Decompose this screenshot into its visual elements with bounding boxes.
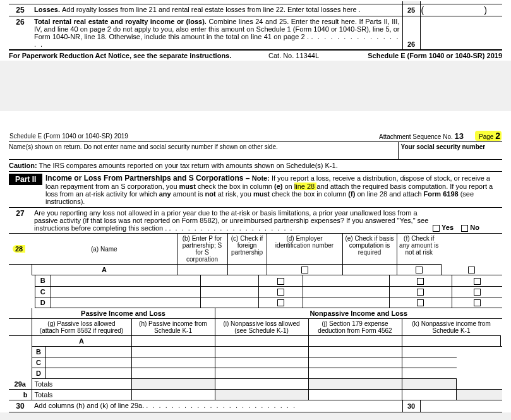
g2-A-g[interactable]: [131, 335, 215, 346]
part2-note-head: Note:: [252, 174, 272, 182]
line-29b-i[interactable]: [308, 390, 402, 400]
row-B-c[interactable]: [258, 275, 303, 286]
line-29a-k[interactable]: [457, 379, 502, 390]
row-A-c-checkbox[interactable]: [301, 267, 308, 273]
line-28-num: 28: [13, 245, 25, 253]
line-27-num: 27: [9, 208, 32, 234]
line-27-no-checkbox[interactable]: [461, 225, 468, 232]
g2-D-g[interactable]: [45, 368, 131, 379]
row-D-e[interactable]: [390, 297, 452, 308]
row-C-d[interactable]: [303, 286, 390, 297]
ssn-label: Your social security number: [398, 142, 502, 160]
g2-C-k[interactable]: [402, 357, 457, 368]
row-B-name[interactable]: [51, 275, 200, 286]
line-26-field[interactable]: [420, 16, 502, 51]
g2-B-i[interactable]: [215, 347, 308, 357]
g2-C-h[interactable]: [131, 357, 215, 368]
line-29a-h[interactable]: [215, 379, 308, 390]
line-25-field[interactable]: (): [420, 4, 502, 16]
grid2-A-letter: A: [32, 335, 131, 346]
row-C-f-checkbox[interactable]: [474, 289, 481, 296]
line-29a-j2: [402, 379, 457, 390]
row-B-c-checkbox[interactable]: [277, 278, 284, 285]
g2-A-i[interactable]: [308, 335, 402, 346]
p2n2: check the box in column: [198, 183, 274, 190]
row-A-e-checkbox[interactable]: [416, 267, 423, 273]
row-B-f[interactable]: [452, 275, 502, 286]
row-B-b[interactable]: [201, 275, 258, 286]
g2-C-j[interactable]: [308, 357, 402, 368]
p2n7: on line 28 and attach: [357, 190, 423, 198]
row-A-d[interactable]: [342, 265, 397, 275]
row-B-e[interactable]: [390, 275, 452, 286]
line-29b-g[interactable]: [131, 390, 215, 400]
row-C-e[interactable]: [390, 286, 452, 297]
row-A-b[interactable]: [227, 265, 267, 275]
row-D-c-checkbox[interactable]: [277, 299, 284, 306]
row-C-c[interactable]: [258, 286, 303, 297]
g2-A-k[interactable]: [501, 335, 503, 346]
page2-attachment: Attachment Sequence No. 13: [338, 130, 464, 142]
attach-seq: 13: [455, 131, 464, 141]
g2-B-h[interactable]: [131, 347, 215, 357]
row-D-d[interactable]: [303, 297, 390, 308]
caution-label: Caution:: [9, 162, 37, 169]
row-C-e-checkbox[interactable]: [417, 289, 424, 296]
g2-B-k[interactable]: [402, 347, 457, 357]
row-C-c-checkbox[interactable]: [277, 289, 284, 296]
row-A-name[interactable]: [177, 265, 227, 275]
g2-B-j[interactable]: [308, 347, 402, 357]
col-g-2: (attach Form 8582 if required): [40, 327, 123, 334]
p2n6: check the box in column: [272, 190, 348, 198]
line-29b-j[interactable]: [402, 390, 457, 400]
g2-B-g[interactable]: [45, 347, 131, 357]
line-25-num: 25: [9, 4, 32, 16]
line-30-text: Add columns (h) and (k) of line 29a. . .…: [32, 400, 402, 412]
line-27-no-label: No: [470, 224, 479, 231]
p2must1: must: [179, 183, 196, 190]
line-27-yes-checkbox[interactable]: [433, 225, 440, 232]
g2-D-k[interactable]: [402, 368, 457, 379]
p2any: any: [159, 190, 171, 198]
page-num-val: 2: [495, 131, 500, 141]
nonpassive-hdr: Nonpassive Income and Loss: [215, 308, 502, 319]
row-A-c[interactable]: [267, 265, 342, 275]
g2-D-i[interactable]: [215, 368, 308, 379]
row-B-e-checkbox[interactable]: [417, 278, 424, 285]
line-29b-text: Totals: [32, 390, 131, 400]
row-D-f[interactable]: [452, 297, 502, 308]
col-e-hdr: (e) Check if basis computation is requir…: [342, 234, 397, 265]
line-30-field[interactable]: [420, 400, 502, 412]
names-shown-label: Name(s) shown on return. Do not enter na…: [9, 142, 398, 160]
part2-box: Part II: [9, 172, 43, 208]
line-25-field-num: 25: [402, 4, 420, 16]
line-27-choices: Yes No: [433, 208, 502, 234]
row-A-f-checkbox[interactable]: [468, 267, 475, 273]
p2hl-line28: line 28: [294, 183, 316, 190]
line-26-text: Total rental real estate and royalty inc…: [32, 16, 402, 51]
row-B-d[interactable]: [303, 275, 390, 286]
col-h-hdr: (h) Passive income from Schedule K-1: [131, 319, 215, 336]
row-C-f[interactable]: [452, 286, 502, 297]
row-B-f-checkbox[interactable]: [474, 278, 481, 285]
g2-C-i[interactable]: [215, 357, 308, 368]
row-A-f[interactable]: [441, 265, 502, 275]
line-26-label: Total rental real estate and royalty inc…: [34, 18, 208, 25]
p2-6198: Form 6198: [424, 190, 459, 198]
row-C-name[interactable]: [51, 286, 200, 297]
g2-D-j[interactable]: [308, 368, 402, 379]
row-D-c[interactable]: [258, 297, 303, 308]
g2-D-h[interactable]: [131, 368, 215, 379]
row-D-name[interactable]: [51, 297, 200, 308]
line-29b-k: [457, 390, 502, 400]
row-C-b[interactable]: [201, 286, 258, 297]
part2-text: Income or Loss From Partnerships and S C…: [43, 172, 502, 208]
g2-C-g[interactable]: [45, 357, 131, 368]
row-A-e[interactable]: [397, 265, 441, 275]
row-D-e-checkbox[interactable]: [417, 299, 424, 306]
line-29b-num: b: [9, 390, 32, 400]
row-D-b[interactable]: [201, 297, 258, 308]
g2-A-h[interactable]: [215, 335, 308, 346]
row-D-f-checkbox[interactable]: [474, 299, 481, 306]
g2-A-j[interactable]: [402, 335, 501, 346]
